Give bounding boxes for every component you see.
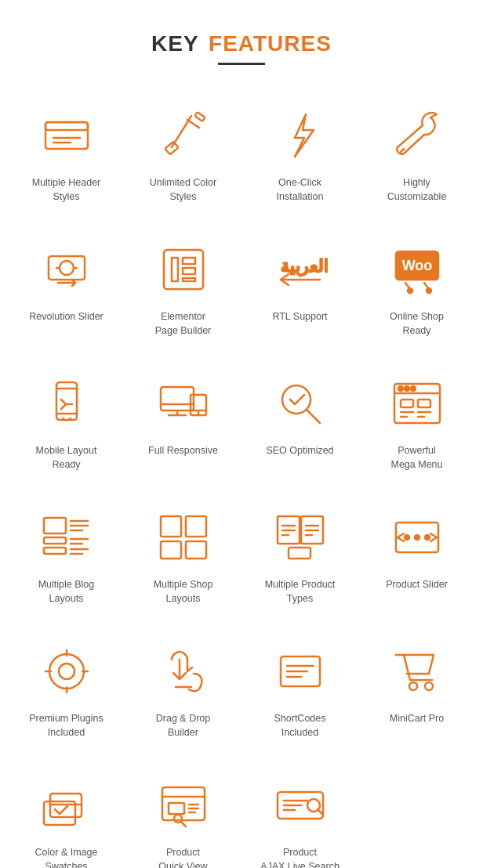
feature-label-revolution-slider: Revolution Slider bbox=[29, 310, 104, 324]
svg-rect-7 bbox=[194, 112, 205, 121]
svg-rect-50 bbox=[44, 537, 66, 544]
svg-rect-71 bbox=[289, 548, 310, 559]
feature-item-powerful-mega-menu: Powerful Mega Menu bbox=[358, 356, 475, 490]
feature-item-product-ajax-live-search: Product AJAX Live Search bbox=[242, 758, 358, 868]
svg-point-75 bbox=[425, 535, 430, 540]
product-ajax-live-search-icon bbox=[269, 774, 332, 837]
mobile-layout-ready-icon bbox=[35, 372, 98, 435]
svg-rect-44 bbox=[418, 400, 430, 407]
powerful-mega-menu-icon bbox=[386, 372, 448, 435]
full-responsive-icon bbox=[152, 372, 215, 435]
svg-text:العربية: العربية bbox=[281, 256, 328, 277]
svg-point-10 bbox=[60, 261, 74, 275]
seo-optimized-icon bbox=[269, 372, 332, 435]
feature-item-unlimited-color-styles: Unlimited Color Styles bbox=[125, 89, 242, 222]
svg-rect-13 bbox=[172, 258, 178, 281]
svg-rect-61 bbox=[161, 541, 181, 559]
feature-item-premium-plugins-included: Premium Plugins Included bbox=[8, 624, 125, 758]
feature-item-multiple-blog-layouts: Multiple Blog Layouts bbox=[8, 490, 125, 624]
feature-item-highly-customizable: Highly Customizable bbox=[358, 89, 475, 222]
minicart-pro-icon bbox=[386, 640, 448, 703]
feature-item-one-click-installation: One-Click Installation bbox=[242, 89, 358, 222]
feature-label-product-quick-view: Product Quick View bbox=[158, 846, 207, 868]
feature-label-online-shop-ready: Online Shop Ready bbox=[390, 310, 444, 338]
feature-item-online-shop-ready: Woo Online Shop Ready bbox=[358, 222, 475, 356]
svg-rect-0 bbox=[45, 122, 88, 149]
svg-point-23 bbox=[408, 288, 412, 293]
unlimited-color-styles-icon bbox=[152, 104, 215, 167]
svg-point-41 bbox=[405, 386, 409, 391]
feature-item-multiple-header-styles: Multiple Header Styles bbox=[8, 89, 125, 222]
feature-label-multiple-blog-layouts: Multiple Blog Layouts bbox=[38, 578, 95, 606]
svg-rect-93 bbox=[169, 803, 184, 814]
feature-item-drag-drop-builder: Drag & Drop Builder bbox=[125, 624, 242, 758]
feature-label-product-ajax-live-search: Product AJAX Live Search bbox=[260, 846, 340, 868]
feature-label-full-responsive: Full Responsive bbox=[148, 444, 218, 458]
feature-label-minicart-pro: MiniCart Pro bbox=[390, 712, 444, 726]
svg-rect-15 bbox=[183, 268, 195, 274]
elementor-page-builder-icon bbox=[152, 238, 215, 301]
svg-rect-51 bbox=[44, 548, 66, 554]
premium-plugins-included-icon bbox=[35, 640, 98, 703]
features-text: FEATURES bbox=[209, 31, 332, 56]
svg-point-77 bbox=[59, 664, 74, 679]
svg-rect-29 bbox=[161, 387, 194, 410]
svg-rect-14 bbox=[183, 258, 195, 264]
svg-line-8 bbox=[401, 149, 404, 152]
feature-label-elementor-page-builder: Elementor Page Builder bbox=[155, 310, 212, 338]
feature-item-revolution-slider: Revolution Slider bbox=[8, 222, 125, 356]
feature-item-product-quick-view: Product Quick View bbox=[125, 758, 242, 868]
feature-item-rtl-support: العربية RTL Support bbox=[242, 222, 358, 356]
feature-label-drag-drop-builder: Drag & Drop Builder bbox=[156, 712, 210, 740]
one-click-installation-icon bbox=[269, 104, 332, 167]
svg-rect-16 bbox=[183, 278, 195, 281]
highly-customizable-icon bbox=[386, 104, 448, 167]
svg-rect-43 bbox=[401, 400, 413, 407]
product-slider-icon bbox=[386, 506, 448, 569]
feature-label-powerful-mega-menu: Powerful Mega Menu bbox=[390, 444, 442, 472]
feature-label-shortcodes-included: ShortCodes Included bbox=[274, 712, 325, 740]
svg-point-74 bbox=[415, 535, 419, 540]
svg-rect-1 bbox=[45, 122, 88, 130]
svg-line-6 bbox=[187, 120, 199, 128]
rtl-support-icon: العربية bbox=[269, 238, 332, 301]
color-image-swatches-icon bbox=[35, 774, 98, 837]
feature-label-unlimited-color-styles: Unlimited Color Styles bbox=[150, 176, 216, 204]
multiple-header-styles-icon bbox=[35, 104, 98, 167]
svg-rect-60 bbox=[186, 516, 206, 537]
svg-point-73 bbox=[405, 535, 409, 540]
feature-item-multiple-product-types: Multiple Product Types bbox=[242, 490, 358, 624]
feature-label-product-slider: Product Slider bbox=[386, 578, 448, 592]
feature-label-multiple-header-styles: Multiple Header Styles bbox=[32, 176, 101, 204]
svg-line-104 bbox=[318, 809, 322, 814]
feature-label-premium-plugins-included: Premium Plugins Included bbox=[29, 712, 103, 740]
page-header: KEY FEATURES bbox=[0, 0, 483, 81]
revolution-slider-icon bbox=[35, 238, 98, 301]
svg-point-87 bbox=[425, 682, 433, 690]
feature-label-rtl-support: RTL Support bbox=[272, 310, 327, 324]
feature-item-multiple-shop-layouts: Multiple Shop Layouts bbox=[125, 490, 242, 624]
svg-point-24 bbox=[427, 288, 431, 293]
multiple-blog-layouts-icon bbox=[35, 506, 98, 569]
key-text: KEY bbox=[151, 31, 199, 56]
svg-rect-9 bbox=[49, 256, 85, 280]
feature-item-full-responsive: Full Responsive bbox=[125, 356, 242, 490]
drag-drop-builder-icon bbox=[152, 640, 215, 703]
svg-rect-62 bbox=[186, 541, 206, 559]
svg-rect-59 bbox=[161, 516, 181, 537]
multiple-shop-layouts-icon bbox=[152, 506, 215, 569]
product-quick-view-icon bbox=[152, 774, 215, 837]
svg-point-86 bbox=[409, 682, 417, 690]
title-underline bbox=[218, 63, 265, 65]
features-grid: Multiple Header Styles Unlimited Color S… bbox=[0, 81, 483, 868]
feature-label-multiple-product-types: Multiple Product Types bbox=[265, 578, 336, 606]
feature-item-color-image-swatches: Color & Image Swatches bbox=[8, 758, 125, 868]
feature-label-seo-optimized: SEO Optimized bbox=[266, 444, 333, 458]
feature-label-one-click-installation: One-Click Installation bbox=[277, 176, 324, 204]
multiple-product-types-icon bbox=[269, 506, 332, 569]
feature-item-minicart-pro: MiniCart Pro bbox=[358, 624, 475, 758]
svg-rect-49 bbox=[44, 518, 66, 533]
svg-text:Woo: Woo bbox=[401, 258, 432, 273]
feature-item-product-slider: Product Slider bbox=[358, 490, 475, 624]
svg-point-40 bbox=[398, 386, 403, 391]
